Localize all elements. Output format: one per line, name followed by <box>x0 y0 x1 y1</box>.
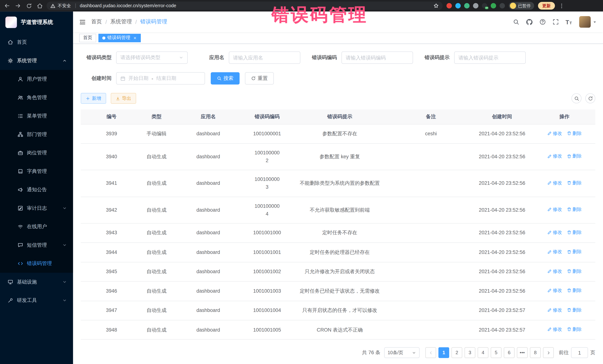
delete-link[interactable]: 删除 <box>567 287 582 294</box>
extension-icon[interactable] <box>491 3 496 9</box>
edit-link[interactable]: 修改 <box>547 179 562 187</box>
tab-home[interactable]: 首页 <box>79 33 96 42</box>
error-type-select[interactable]: 请选择错误码类型 <box>116 52 188 64</box>
address-bar[interactable]: 不安全 dashboard.yudao.iocoder.cn/system/er… <box>46 1 443 10</box>
sidebar-item-online-user[interactable]: 在线用户 <box>0 217 73 236</box>
chevron-down-icon <box>62 298 67 303</box>
extension-icon[interactable]: on <box>482 3 487 9</box>
sidebar-item-label: 在线用户 <box>27 223 47 230</box>
sidebar-item-sms[interactable]: 短信管理 <box>0 236 73 254</box>
filter-label-code: 错误码编码 <box>306 54 337 61</box>
delete-link[interactable]: 删除 <box>567 268 582 275</box>
sidebar-item-notice[interactable]: 通知公告 <box>0 180 73 199</box>
delete-link[interactable]: 删除 <box>567 179 582 187</box>
tab-error-code[interactable]: 错误码管理 <box>99 33 141 42</box>
cell-code: 1001001005 <box>246 320 288 340</box>
delete-link[interactable]: 删除 <box>567 206 582 213</box>
search-icon <box>217 76 221 81</box>
cell-id: 3941 <box>81 170 142 197</box>
date-range-picker[interactable]: 开始日期 - 结束日期 <box>116 72 205 85</box>
page-button-4[interactable]: 4 <box>477 348 488 358</box>
sidebar-item-role[interactable]: 角色管理 <box>0 88 73 107</box>
add-button[interactable]: 新增 <box>81 93 106 104</box>
sidebar-item-menu[interactable]: 菜单管理 <box>0 107 73 125</box>
browser-menu-icon[interactable] <box>559 3 565 9</box>
edit-link[interactable]: 修改 <box>547 229 562 236</box>
delete-link[interactable]: 删除 <box>567 229 582 236</box>
edit-link[interactable]: 修改 <box>547 306 562 314</box>
question-icon <box>539 19 545 25</box>
edit-link[interactable]: 修改 <box>547 287 562 294</box>
sidebar-item-error-code[interactable]: 错误码管理 <box>0 254 73 273</box>
page-button-1[interactable]: 1 <box>439 348 449 358</box>
delete-link[interactable]: 删除 <box>567 306 582 314</box>
extension-icon[interactable] <box>455 3 461 9</box>
breadcrumb-item[interactable]: 系统管理 <box>110 18 132 25</box>
cell-remark <box>391 301 471 320</box>
cell-id: 3942 <box>81 197 142 223</box>
delete-link[interactable]: 删除 <box>567 130 582 137</box>
sidebar-toggle[interactable] <box>79 19 86 25</box>
cell-code: 1001001001 <box>246 243 288 262</box>
toggle-search-button[interactable] <box>571 93 581 103</box>
cell-app: dashboard <box>171 301 246 320</box>
page-button-8[interactable]: 8 <box>530 348 541 358</box>
app-name-input[interactable] <box>229 52 300 64</box>
cell-actions: 修改删除 <box>533 197 595 223</box>
wrench-icon <box>8 298 13 303</box>
error-hint-input[interactable] <box>454 52 526 64</box>
edit-link[interactable]: 修改 <box>547 130 562 137</box>
font-size-icon[interactable]: TT <box>566 19 572 25</box>
sidebar-item-home[interactable]: 首页 <box>0 33 73 51</box>
page-button-3[interactable]: 3 <box>464 348 475 358</box>
browser-profile-chip[interactable]: 已暂停 <box>509 2 534 10</box>
error-code-table: 编号 类型 应用名 错误码编码 错误码提示 备注 创建时间 操作 3939手动编… <box>81 110 595 340</box>
reset-button[interactable]: 重置 <box>245 72 274 85</box>
error-code-input[interactable] <box>342 52 413 64</box>
sidebar-item-user[interactable]: 用户管理 <box>0 70 73 88</box>
sidebar-item-audit-log[interactable]: 审计日志 <box>0 199 73 217</box>
page-ellipsis[interactable]: ••• <box>517 348 528 358</box>
page-button-6[interactable]: 6 <box>504 348 514 358</box>
delete-link[interactable]: 删除 <box>567 248 582 255</box>
edit-link[interactable]: 修改 <box>547 153 562 160</box>
profile-status: 已暂停 <box>518 3 531 9</box>
page-button-5[interactable]: 5 <box>491 348 501 358</box>
prev-page-button[interactable] <box>425 348 436 358</box>
goto-page-input[interactable] <box>571 348 588 358</box>
delete-link[interactable]: 删除 <box>567 153 582 160</box>
search-button[interactable]: 搜索 <box>211 72 240 85</box>
edit-link[interactable]: 修改 <box>547 268 562 275</box>
edit-link[interactable]: 修改 <box>547 206 562 213</box>
extension-icon[interactable] <box>473 3 478 9</box>
export-button[interactable]: 导出 <box>111 93 136 104</box>
breadcrumb-item[interactable]: 首页 <box>91 18 102 25</box>
sidebar-item-devtools[interactable]: 研发工具 <box>0 291 73 309</box>
extension-icon[interactable] <box>499 3 505 9</box>
bookmark-star-icon[interactable] <box>433 3 439 9</box>
cell-app: dashboard <box>171 320 246 340</box>
app-logo[interactable]: 芋道管理系统 <box>0 11 73 33</box>
edit-link[interactable]: 修改 <box>547 248 562 255</box>
extension-icon[interactable] <box>464 3 470 9</box>
refresh-table-button[interactable] <box>585 93 595 103</box>
cell-remark <box>391 143 471 170</box>
cell-msg: 参数配置 key 重复 <box>289 143 391 170</box>
delete-link[interactable]: 删除 <box>567 326 582 333</box>
edit-link[interactable]: 修改 <box>547 326 562 333</box>
page-size-select[interactable]: 10条/页 <box>384 348 420 358</box>
close-tab-icon[interactable] <box>133 36 137 40</box>
edit-icon <box>547 269 552 274</box>
sidebar-item-system[interactable]: 系统管理 <box>0 52 73 70</box>
cell-type: 自动生成 <box>142 320 171 340</box>
user-menu[interactable] <box>579 16 597 28</box>
browser-update-button[interactable]: 更新 <box>538 2 555 10</box>
extension-icon[interactable] <box>446 3 452 9</box>
sidebar-item-infra[interactable]: 基础设施 <box>0 273 73 291</box>
sidebar-item-post[interactable]: 岗位管理 <box>0 144 73 162</box>
sidebar-item-label: 研发工具 <box>17 297 37 304</box>
sidebar-item-dict[interactable]: 字典管理 <box>0 162 73 180</box>
page-button-2[interactable]: 2 <box>452 348 462 358</box>
sidebar-item-dept[interactable]: 部门管理 <box>0 125 73 144</box>
next-page-button[interactable] <box>543 348 554 358</box>
